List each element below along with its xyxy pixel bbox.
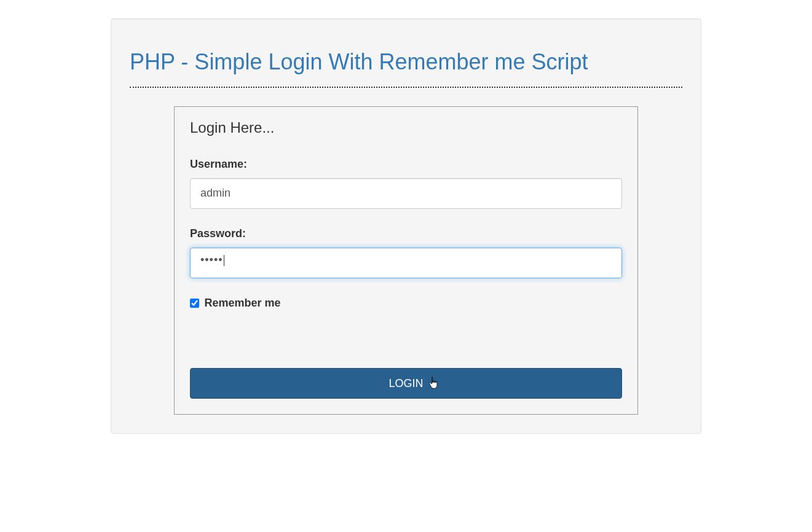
remember-checkbox[interactable] — [190, 299, 199, 308]
divider — [130, 87, 682, 88]
password-input[interactable]: ••••• — [190, 248, 622, 278]
login-button-label: LOGIN — [388, 377, 423, 389]
login-box: Login Here... Username: Password: ••••• … — [174, 106, 638, 415]
username-label: Username: — [190, 158, 622, 171]
login-heading: Login Here... — [190, 119, 622, 136]
page-title: PHP - Simple Login With Remember me Scri… — [130, 50, 682, 74]
cursor-pointer-icon — [428, 375, 440, 392]
remember-row: Remember me — [190, 297, 622, 310]
main-panel: PHP - Simple Login With Remember me Scri… — [111, 18, 701, 434]
username-input[interactable] — [190, 178, 622, 209]
text-cursor — [224, 255, 224, 266]
password-label: Password: — [190, 227, 622, 240]
password-value: ••••• — [200, 254, 223, 266]
remember-label: Remember me — [204, 297, 280, 310]
login-button[interactable]: LOGIN — [190, 368, 622, 399]
